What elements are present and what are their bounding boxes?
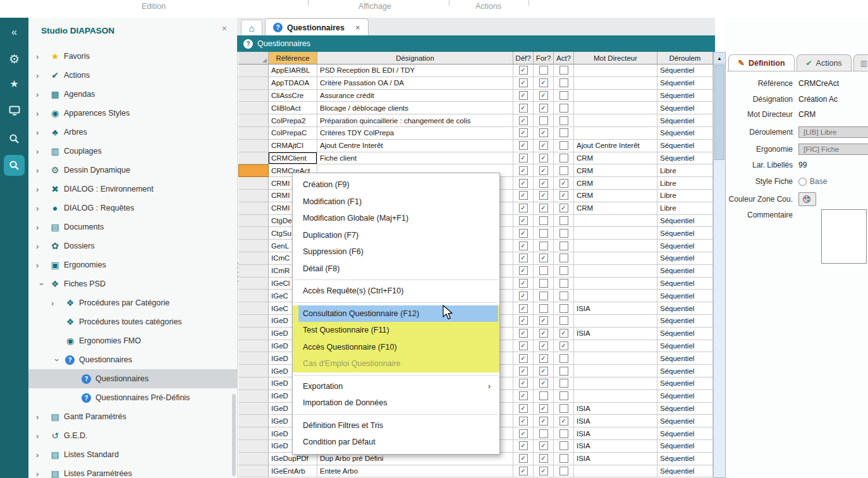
cell-checkbox[interactable] <box>554 77 574 90</box>
checked-checkbox-icon[interactable]: ✓ <box>519 367 528 376</box>
cell-deroulement[interactable]: Séquentiel <box>657 127 713 140</box>
cell-deroulement[interactable]: Séquentiel <box>657 215 713 228</box>
row-selector[interactable] <box>238 427 269 440</box>
tree-item-favoris[interactable]: ›★Favoris <box>28 47 237 66</box>
row-selector[interactable] <box>238 140 269 152</box>
checked-checkbox-icon[interactable]: ✓ <box>519 341 528 350</box>
cell-checkbox[interactable] <box>534 427 554 440</box>
cell-checkbox[interactable]: ✓ <box>554 177 574 190</box>
checked-checkbox-icon[interactable]: ✓ <box>519 116 528 125</box>
cell-mot-directeur[interactable] <box>574 352 657 365</box>
cell-checkbox[interactable]: ✓ <box>513 114 534 127</box>
table-row[interactable]: CRMAjtCIAjout Centre Interêt✓✓Ajout Cent… <box>238 140 713 152</box>
tree-item-proc-dures-par-cat-gorie[interactable]: ›❖Procédures par Catégorie <box>28 293 237 312</box>
cell-deroulement[interactable]: Séquentiel <box>657 328 713 340</box>
cell-checkbox[interactable]: ✓ <box>513 90 534 102</box>
checked-checkbox-icon[interactable]: ✓ <box>559 204 568 212</box>
checked-checkbox-icon[interactable]: ✓ <box>539 166 548 175</box>
cell-deroulement[interactable]: Séquentiel <box>657 114 713 127</box>
cell-reference[interactable]: CRMClient <box>269 152 317 165</box>
checked-checkbox-icon[interactable]: ✓ <box>539 128 548 137</box>
checked-checkbox-icon[interactable]: ✓ <box>539 467 548 475</box>
column-header-r-f-rence[interactable]: Référence <box>269 52 317 64</box>
cell-mot-directeur[interactable]: ISIA <box>574 427 657 440</box>
menu-item-consultation-questionnaire-f12[interactable]: Consultation Questionnaire (F12) <box>298 305 498 322</box>
menu-item-acc-s-requ-te-s-ctrl-f10[interactable]: Accès Requête(s) (Ctrl+F10) <box>293 283 499 300</box>
cell-deroulement[interactable]: Séquentiel <box>657 102 713 114</box>
checked-checkbox-icon[interactable]: ✓ <box>559 329 568 338</box>
checked-checkbox-icon[interactable]: ✓ <box>539 354 548 363</box>
cell-deroulement[interactable]: Séquentiel <box>657 352 713 365</box>
cell-checkbox[interactable]: ✓ <box>554 415 574 427</box>
cell-checkbox[interactable]: ✓ <box>534 315 554 328</box>
cell-checkbox[interactable]: ✓ <box>513 64 534 77</box>
cell-checkbox[interactable]: ✓ <box>554 202 574 215</box>
menu-item-d-tail-f8[interactable]: Détail (F8) <box>293 260 499 278</box>
checked-checkbox-icon[interactable]: ✓ <box>519 266 528 275</box>
menu-item-duplication-f7[interactable]: Duplication (F7) <box>293 227 499 244</box>
cell-checkbox[interactable] <box>554 102 574 114</box>
cell-checkbox[interactable]: ✓ <box>513 340 534 353</box>
chevron-icon[interactable]: › <box>36 166 47 175</box>
checked-checkbox-icon[interactable]: ✓ <box>559 341 568 350</box>
cell-deroulement[interactable]: Libre <box>657 190 713 202</box>
cell-checkbox[interactable]: ✓ <box>534 140 554 152</box>
checked-checkbox-icon[interactable]: ✓ <box>519 204 528 212</box>
chevron-icon[interactable]: › <box>36 450 47 460</box>
cell-checkbox[interactable] <box>534 390 554 403</box>
cell-checkbox[interactable]: ✓ <box>513 152 534 165</box>
cell-checkbox[interactable]: ✓ <box>513 315 534 328</box>
tree-item-dessin-dynamique[interactable]: ›⚙Dessin Dynamique <box>28 161 237 180</box>
cell-designation[interactable]: Dup Arbo pré Défini <box>317 453 513 465</box>
cell-deroulement[interactable]: Séquentiel <box>657 427 713 440</box>
cell-checkbox[interactable]: ✓ <box>513 227 534 240</box>
cell-checkbox[interactable]: ✓ <box>534 415 554 427</box>
cell-mot-directeur[interactable] <box>574 64 657 77</box>
checked-checkbox-icon[interactable]: ✓ <box>539 316 548 325</box>
table-row[interactable]: CliAssCreAssurance crédit✓✓Séquentiel <box>238 90 713 102</box>
cell-reference[interactable]: CliBloAct <box>269 102 317 114</box>
cell-reference[interactable]: CRMAjtCI <box>269 140 317 152</box>
cell-checkbox[interactable]: ✓ <box>554 190 574 202</box>
cell-checkbox[interactable]: ✓ <box>534 365 554 377</box>
cell-checkbox[interactable]: ✓ <box>513 328 534 340</box>
table-row[interactable]: AppTDAOACritère Passation OA / DA✓✓Séque… <box>238 77 713 90</box>
checked-checkbox-icon[interactable]: ✓ <box>519 104 528 113</box>
cell-checkbox[interactable]: ✓ <box>513 390 534 403</box>
color-picker-button[interactable] <box>798 192 816 206</box>
menu-item-test-questionnaire-f11[interactable]: Test Questionnaire (F11) <box>293 322 499 339</box>
cell-mot-directeur[interactable]: CRM <box>574 152 657 165</box>
cell-checkbox[interactable]: ✓ <box>513 140 534 152</box>
checked-checkbox-icon[interactable]: ✓ <box>519 429 528 438</box>
cell-checkbox[interactable] <box>534 278 554 290</box>
unchecked-checkbox-icon[interactable] <box>559 266 568 275</box>
cell-deroulement[interactable]: Séquentiel <box>657 390 713 403</box>
checked-checkbox-icon[interactable]: ✓ <box>519 454 528 463</box>
cell-reference[interactable]: ColPrepaC <box>269 127 317 140</box>
cell-checkbox[interactable]: ✓ <box>534 77 554 90</box>
cell-checkbox[interactable]: ✓ <box>534 190 554 202</box>
chevron-icon[interactable]: › <box>36 71 47 80</box>
cell-mot-directeur[interactable] <box>574 114 657 127</box>
unchecked-checkbox-icon[interactable] <box>539 216 548 225</box>
settings-button[interactable]: ⚙ <box>0 47 28 71</box>
row-selector[interactable] <box>238 215 269 228</box>
cell-checkbox[interactable]: ✓ <box>513 365 534 377</box>
menu-item-importation-de-donn-es[interactable]: Importation de Données <box>293 395 499 412</box>
unchecked-checkbox-icon[interactable] <box>539 242 548 250</box>
tab-definition[interactable]: ✎ Définition <box>728 54 795 71</box>
menu-item-modification-globale-maj-f1[interactable]: Modification Globale (Maj+F1) <box>293 210 499 227</box>
checked-checkbox-icon[interactable]: ✓ <box>559 417 568 426</box>
cell-checkbox[interactable]: ✓ <box>513 290 534 302</box>
cell-designation[interactable]: Entete Arbo <box>317 465 513 478</box>
row-selector[interactable] <box>238 240 269 252</box>
cell-checkbox[interactable]: ✓ <box>513 302 534 315</box>
checked-checkbox-icon[interactable]: ✓ <box>519 216 528 225</box>
cell-checkbox[interactable]: ✓ <box>513 403 534 415</box>
column-header-for[interactable]: For? <box>534 52 554 64</box>
chevron-icon[interactable]: › <box>36 223 47 232</box>
row-selector[interactable] <box>238 252 269 265</box>
unchecked-checkbox-icon[interactable] <box>559 316 568 325</box>
cell-checkbox[interactable]: ✓ <box>513 278 534 290</box>
chevron-icon[interactable]: › <box>37 278 47 290</box>
